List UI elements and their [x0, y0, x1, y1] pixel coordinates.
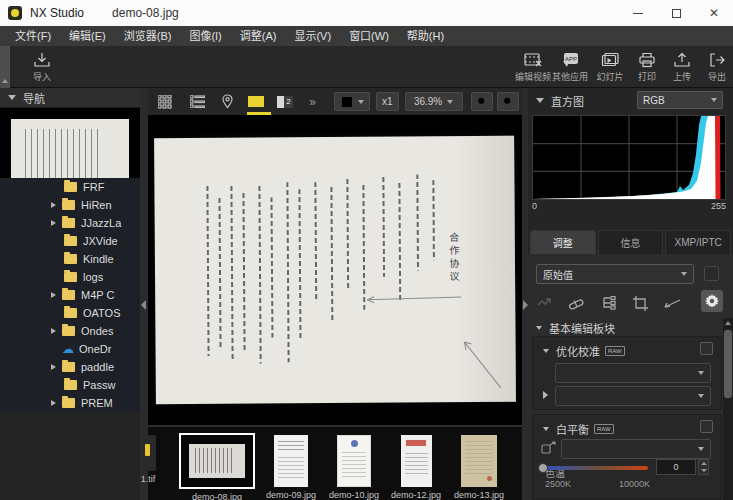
preset-save-button[interactable] — [704, 266, 719, 281]
nav-section-header[interactable]: 导航 — [0, 88, 140, 108]
folder-item-kindle[interactable]: Kindle — [0, 250, 140, 268]
filmstrip-item-demo10[interactable]: demo-10.jpg — [329, 435, 379, 500]
tool-options-button[interactable] — [701, 290, 723, 312]
white-balance-select[interactable] — [561, 439, 711, 459]
retouch-brush-icon[interactable] — [568, 296, 585, 311]
zoom-level-select[interactable]: 36.9% — [405, 92, 463, 111]
menu-image[interactable]: 图像(I) — [180, 26, 230, 46]
expand-caret-icon[interactable] — [51, 364, 62, 370]
zoom-1to1-button[interactable]: x1 — [376, 92, 399, 111]
zoom-out-button[interactable] — [471, 92, 493, 111]
dropdown-caret-icon — [698, 394, 704, 398]
image-view-button[interactable] — [242, 88, 270, 115]
adjust-tools-row — [536, 292, 726, 314]
white-balance-checkbox[interactable] — [700, 420, 713, 433]
folder-item-logs[interactable]: logs — [0, 268, 140, 286]
picture-control-header[interactable]: 优化校准 RAW — [543, 343, 625, 359]
map-view-button[interactable] — [212, 88, 242, 115]
color-temp-spinner[interactable] — [698, 459, 709, 475]
import-button[interactable]: 导入 — [20, 49, 64, 86]
folder-item-prem[interactable]: PREM — [0, 394, 140, 412]
menu-view[interactable]: 显示(V) — [285, 26, 340, 46]
export-button[interactable]: 导出 — [695, 49, 733, 86]
adjust-panel-scrollbar[interactable] — [723, 318, 733, 500]
upload-icon — [672, 51, 692, 69]
app-logo-icon — [8, 6, 22, 20]
expand-caret-icon[interactable] — [51, 202, 62, 208]
filmstrip: 1.tif demo-08.jpg demo-09.jpg demo-10.jp… — [148, 425, 522, 500]
expand-caret-icon[interactable] — [51, 220, 62, 226]
tab-info[interactable]: 信息 — [598, 230, 664, 254]
video-edit-icon — [523, 51, 543, 69]
minimize-icon — [633, 13, 643, 14]
menu-edit[interactable]: 编辑(E) — [60, 26, 115, 46]
other-apps-button[interactable]: APP 其他应用 — [548, 49, 592, 86]
picture-control-checkbox[interactable] — [700, 342, 713, 355]
folder-item-paddle[interactable]: paddle — [0, 358, 140, 376]
filmstrip-item-demo08-selected[interactable]: demo-08.jpg — [179, 433, 255, 500]
copy-adjustments-icon[interactable] — [536, 295, 552, 311]
white-balance-header[interactable]: 白平衡 RAW — [543, 421, 614, 437]
folder-item-onedrive[interactable]: ☁OneDr — [0, 340, 140, 358]
maximize-button[interactable] — [657, 0, 695, 26]
filmstrip-item-demo12[interactable]: demo-12.jpg — [391, 435, 441, 500]
list-view-button[interactable] — [182, 88, 212, 115]
folder-item-passw[interactable]: Passw — [0, 376, 140, 394]
color-control-points-icon[interactable] — [601, 296, 617, 310]
expand-caret-icon[interactable] — [51, 292, 62, 298]
collapse-left-icon[interactable] — [141, 300, 146, 310]
filmstrip-item-1tif[interactable]: 1.tif — [140, 427, 156, 484]
picture-control-sub-select[interactable] — [555, 386, 711, 406]
scroll-up-icon — [725, 321, 731, 325]
other-apps-icon: APP — [560, 51, 580, 69]
folder-item-jjazzla[interactable]: JJazzLa — [0, 214, 140, 232]
gray-point-sample-icon[interactable] — [541, 441, 556, 455]
filmstrip-item-demo13[interactable]: demo-13.jpg — [454, 435, 504, 500]
folder-item-hiren[interactable]: HiRen — [0, 196, 140, 214]
compare-view-button[interactable]: 2 — [270, 88, 300, 115]
color-temp-value[interactable]: 0 — [656, 459, 696, 475]
color-temp-slider[interactable] — [540, 466, 648, 470]
grid-view-button[interactable] — [148, 88, 182, 115]
expand-caret-icon[interactable] — [543, 391, 548, 399]
image-viewer[interactable]: 合作协议 — [148, 115, 522, 425]
scrollbar-thumb[interactable] — [724, 330, 732, 398]
menu-window[interactable]: 窗口(W) — [340, 26, 398, 46]
tab-adjustments[interactable]: 调整 — [530, 230, 596, 254]
folder-icon — [62, 362, 75, 372]
expand-caret-icon[interactable] — [51, 400, 62, 406]
app-title: NX Studio — [30, 6, 84, 20]
folder-item-oatos[interactable]: OATOS — [0, 304, 140, 322]
document-image: 合作协议 — [154, 136, 516, 405]
folder-item-frf[interactable]: FRF — [0, 178, 140, 196]
toolbar-collapse-handle[interactable] — [0, 46, 10, 88]
adjustments-panel: 原始值 基本编辑板块 优化校准 RAW — [528, 254, 733, 500]
preset-select[interactable]: 原始值 — [536, 264, 694, 284]
zoom-in-button[interactable] — [497, 92, 519, 111]
crop-icon[interactable] — [633, 296, 648, 311]
menu-adjust[interactable]: 调整(A) — [231, 26, 286, 46]
folder-item-ondes[interactable]: Ondes — [0, 322, 140, 340]
picture-control-select[interactable] — [555, 363, 711, 383]
fit-screen-button[interactable] — [334, 92, 370, 111]
picture-control-section: 优化校准 RAW — [532, 336, 722, 410]
minimize-button[interactable] — [619, 0, 657, 26]
thumbnail — [461, 435, 497, 487]
filmstrip-item-demo09[interactable]: demo-09.jpg — [266, 435, 316, 500]
tab-xmp-iptc[interactable]: XMP/IPTC — [665, 230, 731, 254]
close-button[interactable]: ✕ — [695, 0, 733, 26]
folder-icon — [64, 236, 77, 246]
image-view-active-icon — [248, 96, 264, 107]
menu-browser[interactable]: 浏览器(B) — [115, 26, 181, 46]
right-panel: 直方图 RGB 0 255 调整 信息 XMP/IPTC 原始值 — [528, 88, 733, 500]
slider-knob[interactable] — [538, 463, 548, 473]
more-views-button[interactable]: » — [300, 88, 324, 115]
menu-file[interactable]: 文件(F) — [6, 26, 60, 46]
folder-item-m4p[interactable]: M4P C — [0, 286, 140, 304]
histogram-channel-select[interactable]: RGB — [637, 91, 723, 109]
straighten-icon[interactable] — [664, 297, 681, 310]
menu-help[interactable]: 帮助(H) — [398, 26, 453, 46]
basic-edit-section-header[interactable]: 基本编辑板块 — [536, 320, 615, 336]
folder-item-jxvide[interactable]: JXVide — [0, 232, 140, 250]
expand-caret-icon[interactable] — [51, 328, 62, 334]
